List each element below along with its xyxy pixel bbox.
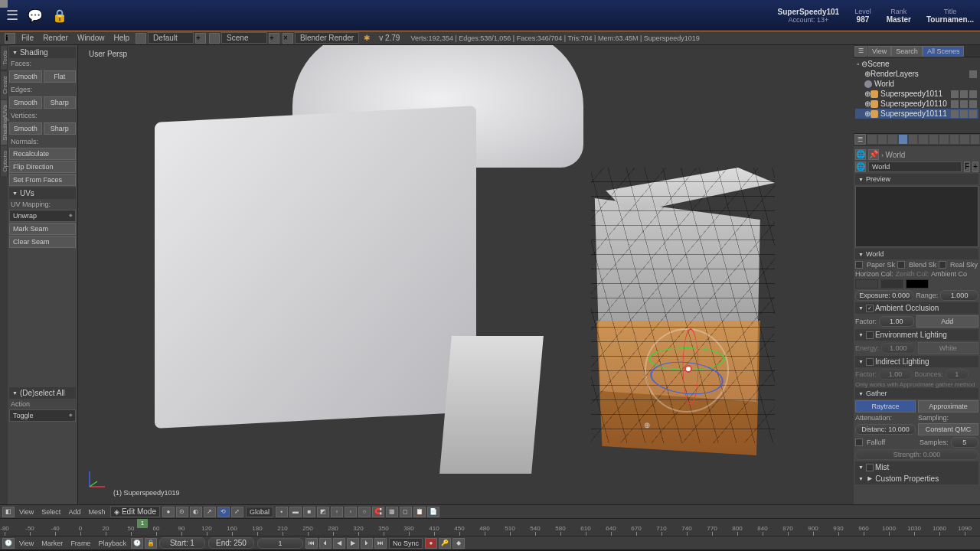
copy-icon[interactable]: 📋 <box>413 507 426 517</box>
autokey-icon[interactable]: ● <box>425 538 437 549</box>
start-frame-field[interactable]: Start: 1 <box>159 537 205 549</box>
exposure-field[interactable]: Exposure: 0.000 <box>855 290 913 301</box>
props-tab-modifiers[interactable] <box>929 134 939 145</box>
tab-options[interactable]: Options <box>0 145 8 178</box>
scene-add-icon[interactable]: + <box>269 33 279 44</box>
world-fake-user-button[interactable]: F <box>964 161 970 172</box>
paper-sky-check[interactable] <box>855 261 863 269</box>
last-op-header[interactable]: (De)select All <box>9 387 76 399</box>
tl-playback-menu[interactable]: Playback <box>94 540 130 547</box>
ao-add-dropdown[interactable]: Add <box>916 315 978 328</box>
lock-icon[interactable]: 🔒 <box>52 8 67 23</box>
props-tab-layers[interactable] <box>877 134 887 145</box>
faces-flat-button[interactable]: Flat <box>44 70 77 83</box>
uvs-header[interactable]: UVs <box>9 187 76 199</box>
menu-window[interactable]: Window <box>73 34 109 42</box>
vert-select-icon[interactable]: ▪ <box>276 507 288 517</box>
sync-dropdown[interactable]: No Sync <box>389 538 423 549</box>
action-toggle-dropdown[interactable]: Toggle <box>9 409 76 422</box>
mark-seam-button[interactable]: Mark Seam <box>9 223 76 235</box>
edge-select-icon[interactable]: ▬ <box>289 507 302 517</box>
world-browse-icon[interactable]: 🌐 <box>855 161 866 172</box>
recalc-normals-button[interactable]: Recalculate <box>9 148 76 160</box>
ao-header[interactable]: Ambient Occlusion <box>855 302 978 314</box>
outliner-filter-dropdown[interactable]: All Scenes <box>923 46 965 57</box>
tree-item-1[interactable]: ⊕Superspeedy10110 <box>855 99 978 109</box>
props-tab-texture[interactable] <box>959 134 969 145</box>
tab-tools[interactable]: Tools <box>0 45 8 70</box>
verts-sharp-button[interactable]: Sharp <box>44 122 77 135</box>
scene-dropdown[interactable]: Scene <box>221 32 267 44</box>
flip-direction-button[interactable]: Flip Direction <box>9 161 76 173</box>
qmc-dropdown[interactable]: Constant QMC <box>918 423 978 435</box>
tree-item-2[interactable]: ⊕Superspeedy10111 <box>855 109 978 119</box>
snap-target-icon[interactable]: ▦ <box>386 507 398 517</box>
keying-set-icon[interactable]: 🔑 <box>439 538 451 549</box>
world-ctx-icon[interactable]: 🌐 <box>855 149 866 160</box>
ambient-color-swatch[interactable] <box>906 279 929 289</box>
set-from-faces-button[interactable]: Set From Faces <box>9 174 76 186</box>
hamburger-icon[interactable]: ☰ <box>6 7 18 24</box>
play-icon[interactable]: ▶ <box>347 538 359 549</box>
edges-sharp-button[interactable]: Sharp <box>44 96 77 109</box>
menu-file[interactable]: File <box>17 34 38 42</box>
vp-add-menu[interactable]: Add <box>64 508 84 516</box>
manipulator-toggle[interactable]: ◐ <box>190 507 202 517</box>
playhead[interactable]: 1 <box>142 519 143 522</box>
distance-field[interactable]: Distanc: 10.000 <box>855 424 916 435</box>
layer-1-icon[interactable]: ▫ <box>331 507 343 517</box>
shading-mode-icon[interactable]: ● <box>162 507 175 517</box>
preview-header[interactable]: Preview <box>855 174 978 184</box>
layout-add-icon[interactable]: + <box>195 33 206 44</box>
layer-2-icon[interactable]: ▫ <box>345 507 357 517</box>
approximate-button[interactable]: Approximate <box>918 400 978 412</box>
snap-icon[interactable]: 🧲 <box>372 507 384 517</box>
unwrap-dropdown[interactable]: Unwrap <box>9 210 76 222</box>
menu-help[interactable]: Help <box>109 34 135 42</box>
verts-smooth-button[interactable]: Smooth <box>9 122 42 135</box>
falloff-check[interactable] <box>855 439 863 446</box>
tl-marker-menu[interactable]: Marker <box>38 540 67 547</box>
scale-manip-icon[interactable]: ⤢ <box>231 507 243 517</box>
props-editor-icon[interactable]: ☰ <box>854 134 866 145</box>
ao-check[interactable] <box>866 305 874 312</box>
tree-world[interactable]: World <box>855 79 978 89</box>
tab-shading[interactable]: Shading/UVs <box>0 99 8 146</box>
paste-icon[interactable]: 📄 <box>427 507 439 517</box>
edges-smooth-button[interactable]: Smooth <box>9 96 42 109</box>
pivot-icon[interactable]: ⊙ <box>176 507 188 517</box>
props-tab-world[interactable] <box>898 134 908 145</box>
vp-mesh-menu[interactable]: Mesh <box>84 508 109 516</box>
timeline-ruler[interactable]: -80-50-400205060901201601802102502803203… <box>0 519 980 536</box>
rotate-manip-icon[interactable]: ⟲ <box>217 507 230 517</box>
tree-scene[interactable]: ◦ ⊖Scene <box>855 59 978 69</box>
current-frame-field[interactable]: 1 <box>257 538 303 549</box>
samples-field[interactable]: 5 <box>951 437 978 448</box>
blend-sky-check[interactable] <box>897 261 905 269</box>
clear-seam-button[interactable]: Clear Seam <box>9 236 76 248</box>
tab-create[interactable]: Create <box>0 70 8 99</box>
props-tab-data[interactable] <box>939 134 949 145</box>
raytrace-button[interactable]: Raytrace <box>855 400 916 412</box>
horizon-color-swatch[interactable] <box>855 279 878 289</box>
range-field[interactable]: 1.000 <box>940 290 978 301</box>
play-reverse-icon[interactable]: ◀ <box>333 538 345 549</box>
world-add-button[interactable]: + <box>972 161 978 172</box>
scene-del-icon[interactable]: × <box>283 33 293 44</box>
zenith-color-swatch[interactable] <box>880 279 903 289</box>
vp-view-menu[interactable]: View <box>15 508 38 516</box>
faces-smooth-button[interactable]: Smooth <box>9 70 42 83</box>
layout-dropdown[interactable]: Default <box>148 32 194 44</box>
insert-key-icon[interactable]: ◆ <box>452 538 465 549</box>
end-frame-field[interactable]: End: 250 <box>208 537 254 549</box>
real-sky-check[interactable] <box>939 261 946 269</box>
scene-browse-icon[interactable] <box>209 33 220 44</box>
mist-check[interactable] <box>866 464 874 471</box>
shading-header[interactable]: Shading <box>9 47 76 58</box>
chat-icon[interactable]: 💬 <box>28 8 43 23</box>
outliner-search-menu[interactable]: Search <box>891 46 923 57</box>
props-tab-scene[interactable] <box>887 134 897 145</box>
world-section-header[interactable]: World <box>855 249 978 259</box>
tree-item-0[interactable]: ⊕Superspeedy1011 <box>855 89 978 99</box>
indirect-lighting-header[interactable]: Indirect Lighting <box>855 356 978 367</box>
